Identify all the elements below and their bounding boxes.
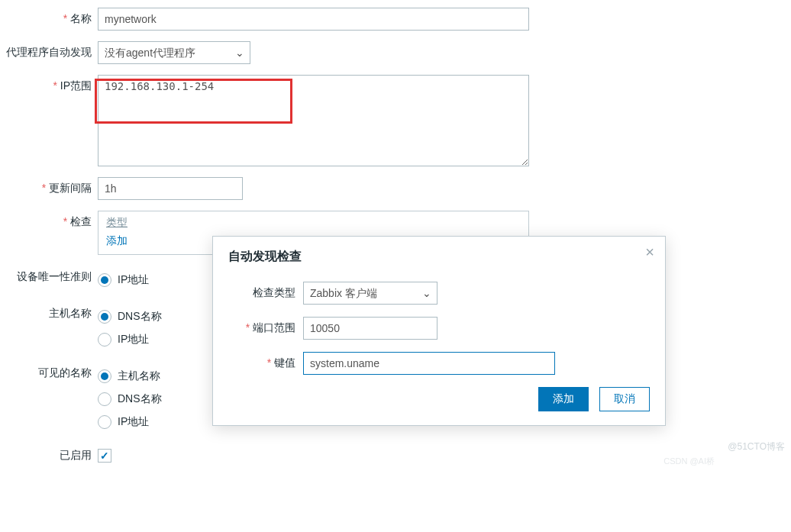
modal-title: 自动发现检查 (228, 249, 650, 265)
port-range-input[interactable] (303, 317, 437, 340)
interval-input[interactable] (98, 177, 243, 200)
enabled-checkbox[interactable] (98, 449, 111, 463)
visiblename-option-label: IP地址 (118, 415, 149, 429)
visiblename-option-label: 主机名称 (118, 369, 160, 383)
checks-type-header: 类型 (106, 216, 521, 230)
name-input[interactable] (98, 8, 529, 31)
check-type-label: 检查类型 (228, 286, 303, 300)
interval-label: 更新间隔 (0, 177, 98, 195)
key-label: 键值 (228, 356, 303, 370)
visiblename-radio-ip[interactable] (98, 415, 111, 429)
ip-range-input[interactable] (98, 75, 529, 166)
uniqueness-group: IP地址 (98, 266, 149, 292)
close-icon[interactable]: × (645, 244, 654, 260)
key-input[interactable] (303, 352, 555, 375)
visiblename-option-label: DNS名称 (118, 392, 162, 406)
hostname-option-label: IP地址 (118, 333, 149, 347)
port-range-label: 端口范围 (228, 321, 303, 335)
visiblename-group: 主机名称 DNS名称 IP地址 (98, 362, 162, 434)
enabled-label: 已启用 (0, 444, 98, 463)
check-type-select[interactable]: Zabbix 客户端 (303, 282, 437, 305)
add-button[interactable]: 添加 (538, 387, 589, 411)
uniqueness-label: 设备唯一性准则 (0, 266, 98, 284)
visiblename-radio-hostname[interactable] (98, 369, 111, 383)
proxy-label: 代理程序自动发现 (0, 41, 98, 60)
uniqueness-option-label: IP地址 (118, 273, 149, 287)
visiblename-radio-dns[interactable] (98, 392, 111, 406)
hostname-radio-dns[interactable] (98, 310, 111, 324)
hostname-radio-ip[interactable] (98, 333, 111, 347)
uniqueness-radio-ip[interactable] (98, 273, 111, 287)
visiblename-label: 可见的名称 (0, 362, 98, 380)
ip-range-label: IP范围 (0, 75, 98, 93)
cancel-button[interactable]: 取消 (599, 387, 650, 411)
checks-label: 检查 (0, 211, 98, 229)
hostname-group: DNS名称 IP地址 (98, 302, 162, 351)
name-label: 名称 (0, 8, 98, 26)
discovery-check-modal: × 自动发现检查 检查类型 Zabbix 客户端 ⌄ 端口范围 键值 添加 取消 (212, 236, 666, 426)
proxy-select[interactable]: 没有agent代理程序 (98, 41, 250, 64)
watermark: @51CTO博客 (728, 440, 785, 453)
hostname-option-label: DNS名称 (118, 310, 162, 324)
watermark: CSDN @AI桥 (663, 456, 715, 467)
hostname-label: 主机名称 (0, 302, 98, 321)
